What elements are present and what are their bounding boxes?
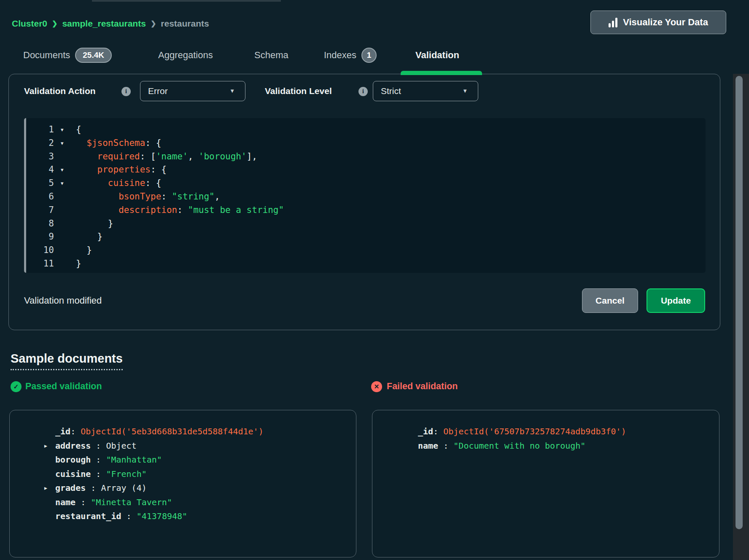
line-number: 7 (26, 204, 54, 217)
document-field-row: ▸address : Object (55, 439, 356, 453)
fold-cell: ▾ (54, 123, 76, 137)
tab-validation[interactable]: Validation (415, 46, 459, 65)
fold-cell: ▾ (54, 177, 76, 190)
field-key: _id (55, 426, 70, 436)
fold-caret-icon[interactable]: ▾ (61, 163, 64, 177)
code-text: required: ['name', 'borough'], (76, 150, 257, 164)
vertical-scrollbar-track[interactable] (733, 74, 749, 560)
active-tab-indicator (401, 71, 482, 75)
fold-caret-icon[interactable]: ▾ (61, 137, 64, 150)
field-value: Array (4) (101, 483, 146, 493)
code-text: properties: { (76, 163, 167, 177)
tab-schema[interactable]: Schema (254, 46, 288, 65)
field-separator: : (91, 455, 106, 465)
document-field-row: name : "Document with no borough" (418, 439, 719, 453)
fold-cell (54, 244, 76, 257)
tab-documents[interactable]: Documents 25.4K (23, 46, 112, 65)
chevron-down-icon: ▼ (462, 81, 468, 101)
field-key: name (418, 441, 438, 451)
document-field-row: cuisine : "French" (55, 467, 356, 482)
x-circle-icon: ✕ (371, 381, 382, 392)
validation-level-label: Validation Level (265, 81, 332, 101)
line-number: 4 (26, 163, 54, 177)
passed-document-rows: _id: ObjectId('5eb3d668b31de5d588f44d1e'… (10, 410, 356, 524)
code-line: 2▾ $jsonSchema: { (26, 137, 704, 150)
expand-caret-icon[interactable]: ▸ (44, 439, 47, 453)
code-line: 5▾ cuisine: { (26, 177, 704, 190)
breadcrumb: Cluster0 ❯ sample_restaurants ❯ restaura… (12, 16, 209, 31)
document-field-row: name : "Minetta Tavern" (55, 495, 356, 510)
visualize-button-label: Visualize Your Data (623, 17, 708, 28)
code-text: { (76, 123, 81, 137)
document-field-row: restaurant_id : "41378948" (55, 509, 356, 524)
info-icon[interactable]: i (358, 87, 368, 96)
tab-aggregations[interactable]: Aggregations (158, 46, 213, 65)
field-key: grades (55, 483, 86, 493)
chevron-right-icon: ❯ (52, 16, 57, 31)
field-separator: : (121, 511, 137, 521)
field-separator: : (70, 426, 81, 436)
passed-validation-label: Passed validation (25, 380, 102, 393)
field-key: cuisine (55, 469, 91, 479)
document-field-row: _id: ObjectId('5eb3d668b31de5d588f44d1e'… (55, 425, 356, 439)
code-line: 3 required: ['name', 'borough'], (26, 150, 704, 164)
field-value: "Manhattan" (106, 455, 162, 465)
breadcrumb-collection: restaurants (161, 16, 209, 31)
field-separator: : (438, 441, 453, 451)
line-number: 9 (26, 230, 54, 244)
vertical-scrollbar-thumb[interactable] (736, 76, 743, 529)
documents-count-badge: 25.4K (75, 48, 112, 63)
info-icon[interactable]: i (121, 87, 131, 96)
sample-documents-title[interactable]: Sample documents (11, 352, 123, 370)
code-text: $jsonSchema: { (76, 137, 161, 150)
visualize-your-data-button[interactable]: Visualize Your Data (590, 11, 726, 34)
compass-validation-screen: Cluster0 ❯ sample_restaurants ❯ restaura… (0, 0, 749, 560)
fold-cell: ▾ (54, 137, 76, 150)
cancel-button[interactable]: Cancel (582, 288, 638, 313)
validation-level-value: Strict (381, 81, 401, 101)
field-value: "41378948" (137, 511, 187, 521)
tab-indexes[interactable]: Indexes 1 (324, 46, 377, 65)
validation-action-select[interactable]: Error ▼ (140, 81, 245, 101)
field-separator: : (86, 483, 101, 493)
tab-aggregations-label: Aggregations (158, 50, 213, 61)
indexes-count-badge: 1 (361, 48, 377, 63)
code-text: } (76, 244, 92, 257)
line-number: 8 (26, 217, 54, 231)
field-key: borough (55, 455, 91, 465)
top-window-strip (92, 0, 281, 2)
editor-lines: 1▾{2▾ $jsonSchema: {3 required: ['name',… (26, 123, 704, 271)
tab-schema-label: Schema (254, 50, 288, 61)
field-value: Object (106, 441, 136, 451)
field-separator: : (91, 469, 106, 479)
document-field-row: borough : "Manhattan" (55, 453, 356, 467)
field-value: "Minetta Tavern" (91, 497, 172, 507)
field-separator: : (75, 497, 91, 507)
fold-cell (54, 230, 76, 244)
code-line: 4▾ properties: { (26, 163, 704, 177)
validation-level-select[interactable]: Strict ▼ (373, 81, 478, 101)
code-text: cuisine: { (76, 177, 161, 190)
check-circle-icon: ✓ (11, 381, 22, 392)
expand-caret-icon[interactable]: ▸ (44, 481, 47, 495)
update-button[interactable]: Update (647, 288, 705, 313)
field-value: ObjectId('67507b732578274adb9db3f0') (443, 426, 626, 436)
fold-cell (54, 150, 76, 164)
fold-cell (54, 257, 76, 271)
failed-validation-label: Failed validation (387, 380, 458, 393)
validation-modified-status: Validation modified (24, 291, 102, 311)
code-line: 9 } (26, 230, 704, 244)
line-number: 10 (26, 244, 54, 257)
validation-rule-editor[interactable]: 1▾{2▾ $jsonSchema: {3 required: ['name',… (24, 118, 706, 273)
breadcrumb-database[interactable]: sample_restaurants (62, 16, 145, 31)
fold-caret-icon[interactable]: ▾ (61, 123, 64, 137)
breadcrumb-cluster[interactable]: Cluster0 (12, 16, 47, 31)
tab-documents-label: Documents (23, 50, 70, 61)
passed-document-panel: _id: ObjectId('5eb3d668b31de5d588f44d1e'… (9, 410, 356, 557)
field-key: name (55, 497, 75, 507)
code-line: 8 } (26, 217, 704, 231)
tab-validation-label: Validation (415, 50, 459, 61)
code-line: 1▾{ (26, 123, 704, 137)
field-value: ObjectId('5eb3d668b31de5d588f44d1e') (81, 426, 263, 436)
fold-caret-icon[interactable]: ▾ (61, 177, 64, 190)
